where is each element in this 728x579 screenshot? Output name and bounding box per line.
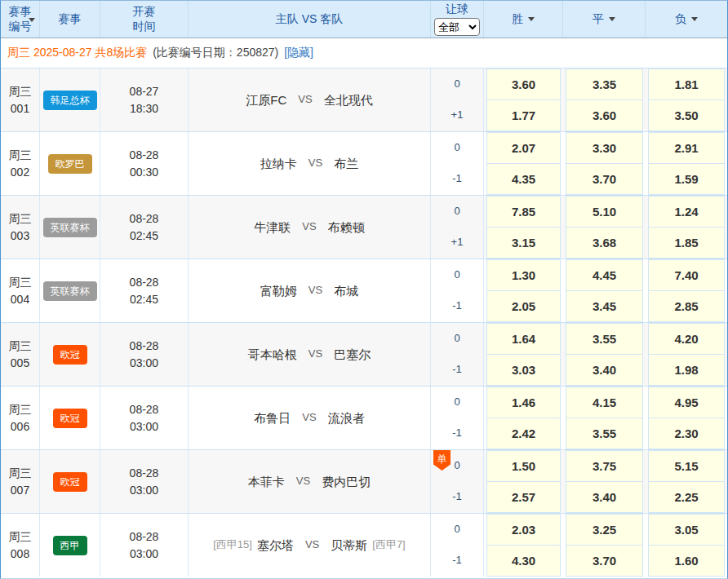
lose-odds-column: 7.40 2.85 [646,259,727,322]
lose-odds-cell[interactable]: 7.40 [648,259,725,290]
lose-odds-cell[interactable]: 1.59 [648,163,725,195]
draw-odds-cell[interactable]: 3.45 [566,290,643,322]
lose-odds-cell[interactable]: 1.60 [648,545,725,577]
col-header-start-time-label: 开赛时间 [131,5,158,33]
league-badge: 韩足总杯 [43,91,97,110]
league-badge: 欧冠 [53,472,87,492]
odds-value: 2.05 [512,298,535,316]
win-odds-cell[interactable]: 1.77 [486,99,561,131]
lose-odds-cell[interactable]: 2.85 [648,290,725,322]
lose-odds-cell[interactable]: 1.81 [648,69,725,99]
win-odds-column: 7.85 3.15 [484,196,563,259]
home-team: 本菲卡 [248,473,285,491]
draw-odds-cell[interactable]: 3.35 [566,69,643,99]
start-time-cell: 08-28 02:45 [100,196,189,259]
start-clock: 02:45 [130,291,158,307]
odds-value: 1.46 [512,394,535,412]
draw-odds-cell[interactable]: 3.70 [566,163,643,195]
win-odds-cell[interactable]: 3.60 [486,69,561,99]
handicap-filter-select[interactable]: 全部 [434,18,480,36]
win-odds-cell[interactable]: 2.42 [486,418,561,449]
col-header-lose[interactable]: 负 [646,1,727,38]
match-number: 008 [11,546,29,562]
start-date: 08-28 [130,274,159,290]
draw-odds-cell[interactable]: 5.10 [566,196,643,227]
draw-odds-cell[interactable]: 3.40 [566,481,643,513]
sort-down-icon [528,17,535,21]
draw-odds-cell[interactable]: 3.70 [566,545,643,577]
start-clock: 03:00 [130,355,158,371]
win-odds-cell[interactable]: 1.64 [486,323,561,354]
col-header-win[interactable]: 胜 [484,1,563,38]
win-odds-cell[interactable]: 3.03 [486,354,561,386]
draw-odds-column: 3.75 3.40 [563,450,646,513]
match-row: 周三 002 欧罗巴 08-28 00:30 拉纳卡 VS 布兰 0 -1 [1,132,727,196]
away-team: 费内巴切 [322,473,371,491]
odds-value: 1.98 [674,361,698,379]
odds-value: 1.64 [512,330,535,348]
odds-table: 赛事编号 赛事 开赛时间 主队 VS 客队 让球 全部 胜 平 负 [0,0,728,579]
draw-odds-cell[interactable]: 3.75 [566,450,643,481]
win-odds-cell[interactable]: 3.15 [486,227,561,259]
win-odds-cell[interactable]: 2.03 [486,514,561,545]
col-header-lose-label: 负 [675,12,686,27]
sort-down-icon [609,17,615,21]
hide-link[interactable]: [隐藏] [284,46,313,60]
vs-label: VS [309,283,322,298]
draw-odds-column: 3.25 3.70 [563,514,646,577]
lose-odds-cell[interactable]: 2.25 [648,481,725,513]
draw-odds-cell[interactable]: 3.30 [566,132,643,163]
win-odds-cell[interactable]: 4.30 [486,545,561,577]
odds-value: 1.60 [674,552,698,570]
draw-odds-cell[interactable]: 3.60 [566,99,643,131]
win-odds-cell[interactable]: 7.85 [486,196,561,227]
lose-odds-cell[interactable]: 1.98 [648,354,725,386]
lose-odds-cell[interactable]: 1.85 [648,227,725,259]
lose-odds-column: 2.91 1.59 [646,132,727,195]
match-number-cell: 周三 002 [1,132,40,195]
odds-value: 7.40 [674,267,698,285]
col-header-draw[interactable]: 平 [563,1,646,38]
win-odds-cell[interactable]: 2.07 [486,132,561,163]
draw-odds-cell[interactable]: 4.15 [566,387,643,418]
win-odds-cell[interactable]: 1.50 [486,450,561,481]
home-team: 塞尔塔 [257,537,294,555]
win-odds-cell[interactable]: 2.05 [486,290,561,322]
odds-value: 3.35 [593,76,616,94]
teams-cell: 富勒姆 VS 布城 [189,259,431,322]
draw-odds-cell[interactable]: 3.68 [566,227,643,259]
lose-odds-cell[interactable]: 4.20 [648,323,725,354]
home-team: 哥本哈根 [248,346,297,364]
win-odds-cell[interactable]: 1.30 [486,259,561,290]
start-date: 08-27 [130,83,159,99]
win-odds-cell[interactable]: 4.35 [486,163,561,195]
handicap-value: 0 [454,204,459,219]
start-clock: 02:45 [130,228,158,244]
match-number: 006 [11,418,29,435]
lose-odds-cell[interactable]: 3.05 [648,514,725,545]
lose-odds-cell[interactable]: 3.50 [648,99,725,131]
col-header-handicap: 让球 全部 [431,1,484,38]
draw-odds-cell[interactable]: 3.25 [566,514,643,545]
vs-label: VS [305,537,319,553]
win-odds-cell[interactable]: 2.57 [486,481,561,513]
handicap-cell: 0 +1 [431,69,484,131]
win-odds-cell[interactable]: 1.46 [486,387,561,418]
draw-odds-cell[interactable]: 3.55 [566,323,643,354]
draw-odds-cell[interactable]: 4.45 [566,259,643,290]
lose-odds-cell[interactable]: 1.24 [648,196,725,227]
draw-odds-cell[interactable]: 3.40 [566,354,643,386]
match-number-cell: 周三 004 [1,259,40,322]
teams-cell: 哥本哈根 VS 巴塞尔 [189,323,431,386]
odds-value: 3.68 [593,234,616,252]
draw-odds-cell[interactable]: 3.55 [566,418,643,449]
odds-value: 4.35 [512,170,535,188]
lose-odds-cell[interactable]: 2.30 [648,418,725,449]
vs-label: VS [298,92,312,108]
lose-odds-cell[interactable]: 5.15 [648,450,725,481]
col-header-match-no[interactable]: 赛事编号 [1,1,40,38]
odds-value: 1.30 [512,267,535,285]
lose-odds-cell[interactable]: 2.91 [648,132,725,163]
teams-cell: 牛津联 VS 布赖顿 [189,196,431,259]
lose-odds-cell[interactable]: 4.95 [648,387,725,418]
